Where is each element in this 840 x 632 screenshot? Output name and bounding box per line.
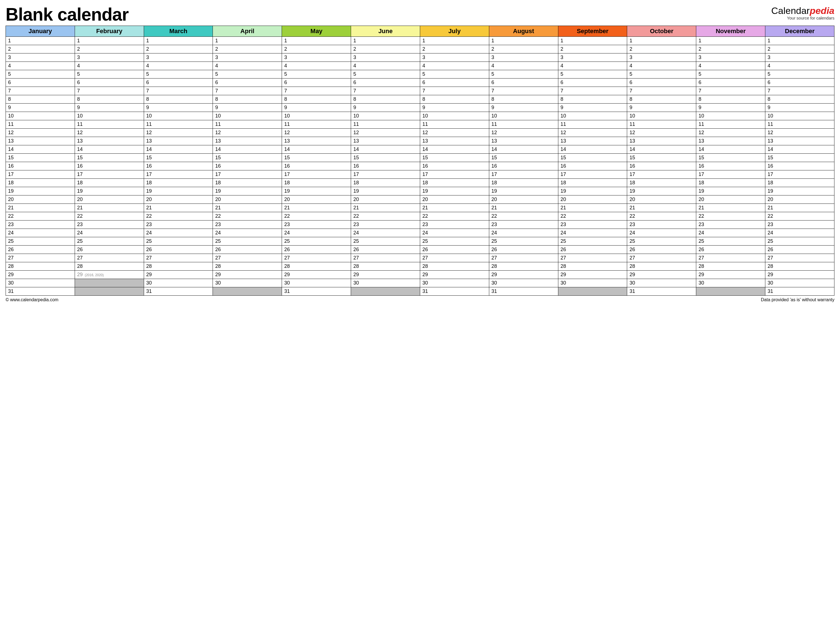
day-cell: 3 xyxy=(420,54,489,62)
day-cell: 9 xyxy=(489,104,558,112)
day-cell: 2 xyxy=(489,45,558,54)
day-cell: 9 xyxy=(558,104,627,112)
day-cell: 21 xyxy=(75,204,144,212)
day-cell xyxy=(75,287,144,296)
day-cell: 8 xyxy=(213,95,282,104)
day-cell: 13 xyxy=(627,137,696,145)
day-cell: 30 xyxy=(696,279,765,287)
month-header-october: October xyxy=(627,26,696,37)
day-cell: 3 xyxy=(144,54,213,62)
day-cell: 6 xyxy=(420,79,489,87)
day-cell: 16 xyxy=(558,162,627,170)
day-cell: 12 xyxy=(213,129,282,137)
day-cell: 3 xyxy=(627,54,696,62)
day-cell: 27 xyxy=(351,254,420,262)
day-cell: 21 xyxy=(489,204,558,212)
day-cell: 19 xyxy=(213,187,282,195)
day-cell: 17 xyxy=(351,170,420,179)
day-cell: 26 xyxy=(420,246,489,254)
day-cell: 18 xyxy=(144,179,213,187)
day-cell: 6 xyxy=(351,79,420,87)
day-cell: 7 xyxy=(6,87,75,95)
day-cell: 19 xyxy=(6,187,75,195)
day-cell: 28 xyxy=(696,262,765,271)
day-cell: 10 xyxy=(558,112,627,120)
day-cell: 17 xyxy=(765,170,834,179)
day-cell: 30 xyxy=(489,279,558,287)
day-cell xyxy=(213,287,282,296)
day-cell: 26 xyxy=(282,246,351,254)
day-cell: 14 xyxy=(765,145,834,154)
day-cell: 4 xyxy=(420,62,489,70)
day-cell: 26 xyxy=(696,246,765,254)
day-cell: 22 xyxy=(6,212,75,221)
day-cell: 31 xyxy=(6,287,75,296)
day-cell: 22 xyxy=(627,212,696,221)
day-cell: 15 xyxy=(282,154,351,162)
day-cell: 7 xyxy=(75,87,144,95)
day-cell: 10 xyxy=(75,112,144,120)
day-cell: 9 xyxy=(696,104,765,112)
day-cell: 4 xyxy=(489,62,558,70)
day-cell: 31 xyxy=(627,287,696,296)
day-cell: 31 xyxy=(489,287,558,296)
day-cell: 13 xyxy=(213,137,282,145)
day-cell: 29 xyxy=(765,271,834,279)
day-cell: 16 xyxy=(6,162,75,170)
day-cell: 21 xyxy=(420,204,489,212)
day-cell xyxy=(351,287,420,296)
day-cell: 13 xyxy=(282,137,351,145)
day-cell: 12 xyxy=(282,129,351,137)
day-cell: 10 xyxy=(213,112,282,120)
day-cell xyxy=(696,287,765,296)
month-header-june: June xyxy=(351,26,420,37)
day-cell: 1 xyxy=(627,37,696,45)
day-cell: 23 xyxy=(213,221,282,229)
day-cell: 1 xyxy=(558,37,627,45)
day-cell: 25 xyxy=(282,237,351,246)
day-cell: 1 xyxy=(6,37,75,45)
day-cell: 14 xyxy=(489,145,558,154)
day-cell: 4 xyxy=(627,62,696,70)
day-cell: 3 xyxy=(696,54,765,62)
day-cell: 16 xyxy=(420,162,489,170)
day-cell: 28 xyxy=(558,262,627,271)
day-cell: 29 xyxy=(558,271,627,279)
day-cell: 28 xyxy=(420,262,489,271)
day-cell: 3 xyxy=(6,54,75,62)
day-cell: 27 xyxy=(213,254,282,262)
day-cell: 25 xyxy=(144,237,213,246)
day-cell: 29 xyxy=(282,271,351,279)
month-header-december: December xyxy=(765,26,834,37)
day-cell: 13 xyxy=(144,137,213,145)
month-header-february: February xyxy=(75,26,144,37)
day-cell: 24 xyxy=(351,229,420,237)
day-cell: 12 xyxy=(144,129,213,137)
day-cell: 23 xyxy=(144,221,213,229)
day-cell: 14 xyxy=(558,145,627,154)
day-cell: 17 xyxy=(6,170,75,179)
day-cell: 22 xyxy=(696,212,765,221)
day-cell: 3 xyxy=(351,54,420,62)
day-cell: 20 xyxy=(6,195,75,204)
day-cell: 14 xyxy=(6,145,75,154)
day-cell: 5 xyxy=(351,70,420,79)
day-cell: 28 xyxy=(627,262,696,271)
day-cell: 6 xyxy=(144,79,213,87)
day-cell: 27 xyxy=(489,254,558,262)
day-cell: 29 xyxy=(627,271,696,279)
day-cell: 21 xyxy=(627,204,696,212)
day-cell: 11 xyxy=(144,120,213,129)
day-cell: 3 xyxy=(558,54,627,62)
day-cell: 13 xyxy=(75,137,144,145)
day-cell: 14 xyxy=(420,145,489,154)
day-cell: 9 xyxy=(420,104,489,112)
footer-left: © www.calendarpedia.com xyxy=(6,297,58,303)
day-cell: 7 xyxy=(558,87,627,95)
day-cell: 25 xyxy=(6,237,75,246)
day-cell: 10 xyxy=(627,112,696,120)
month-header-may: May xyxy=(282,26,351,37)
day-cell: 26 xyxy=(213,246,282,254)
day-cell: 10 xyxy=(351,112,420,120)
day-cell: 20 xyxy=(282,195,351,204)
